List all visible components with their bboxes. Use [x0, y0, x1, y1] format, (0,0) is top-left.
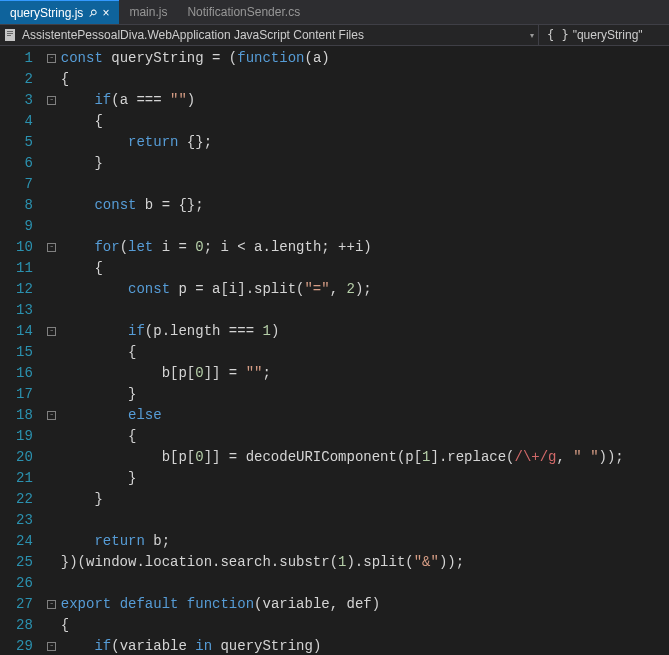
line-number: 3 — [16, 90, 33, 111]
braces-icon: { } — [547, 28, 569, 42]
svg-rect-2 — [7, 33, 13, 34]
fold-toggle-icon[interactable]: - — [47, 411, 56, 420]
fold-toggle-icon[interactable]: - — [47, 327, 56, 336]
code-line[interactable]: const b = {}; — [61, 195, 669, 216]
code-line[interactable]: for(let i = 0; i < a.length; ++i) — [61, 237, 669, 258]
code-line[interactable] — [61, 300, 669, 321]
line-number: 15 — [16, 342, 33, 363]
tab-notificationsender[interactable]: NotificationSender.cs — [177, 0, 310, 24]
code-line[interactable]: b[p[0]] = ""; — [61, 363, 669, 384]
code-line[interactable]: })(window.location.search.substr(1).spli… — [61, 552, 669, 573]
line-number: 21 — [16, 468, 33, 489]
pin-icon[interactable]: ⚲ — [87, 6, 100, 19]
line-number: 22 — [16, 489, 33, 510]
code-line[interactable] — [61, 510, 669, 531]
tab-querystring[interactable]: queryString.js ⚲ × — [0, 0, 119, 24]
code-line[interactable] — [61, 174, 669, 195]
line-number: 26 — [16, 573, 33, 594]
close-icon[interactable]: × — [102, 6, 109, 20]
line-number: 4 — [16, 111, 33, 132]
line-number: 5 — [16, 132, 33, 153]
code-line[interactable]: } — [61, 468, 669, 489]
tab-bar: queryString.js ⚲ × main.js NotificationS… — [0, 0, 669, 24]
line-number: 12 — [16, 279, 33, 300]
chevron-down-icon: ▾ — [530, 31, 534, 40]
project-dropdown[interactable]: AssistentePessoalDiva.WebApplication Jav… — [0, 25, 539, 45]
line-number: 16 — [16, 363, 33, 384]
code-line[interactable]: if(a === "") — [61, 90, 669, 111]
tab-label: main.js — [129, 5, 167, 19]
line-number: 24 — [16, 531, 33, 552]
line-number: 9 — [16, 216, 33, 237]
tab-main[interactable]: main.js — [119, 0, 177, 24]
svg-rect-3 — [7, 35, 11, 36]
code-line[interactable]: { — [61, 69, 669, 90]
code-line[interactable]: { — [61, 111, 669, 132]
code-line[interactable]: } — [61, 153, 669, 174]
line-number: 27 — [16, 594, 33, 615]
line-number: 13 — [16, 300, 33, 321]
code-line[interactable]: return {}; — [61, 132, 669, 153]
line-number: 20 — [16, 447, 33, 468]
script-file-icon — [4, 28, 18, 42]
line-number: 8 — [16, 195, 33, 216]
line-number: 7 — [16, 174, 33, 195]
code-line[interactable]: else — [61, 405, 669, 426]
tab-label: queryString.js — [10, 6, 83, 20]
code-line[interactable]: b[p[0]] = decodeURIComponent(p[1].replac… — [61, 447, 669, 468]
line-number: 1 — [16, 48, 33, 69]
member-name: "queryString" — [573, 28, 643, 42]
code-line[interactable]: if(p.length === 1) — [61, 321, 669, 342]
line-number: 25 — [16, 552, 33, 573]
code-line[interactable] — [61, 573, 669, 594]
code-line[interactable]: { — [61, 342, 669, 363]
code-line[interactable]: { — [61, 258, 669, 279]
tab-label: NotificationSender.cs — [187, 5, 300, 19]
code-line[interactable]: { — [61, 615, 669, 636]
member-dropdown[interactable]: { } "queryString" — [539, 25, 669, 45]
code-line[interactable]: { — [61, 426, 669, 447]
line-number: 17 — [16, 384, 33, 405]
line-number-gutter: 1234567891011121314151617181920212223242… — [0, 46, 45, 655]
fold-column: ------- — [45, 46, 59, 655]
line-number: 29 — [16, 636, 33, 655]
code-area[interactable]: const queryString = (function(a){ if(a =… — [59, 46, 669, 655]
line-number: 28 — [16, 615, 33, 636]
code-line[interactable]: if(variable in queryString) — [61, 636, 669, 655]
code-line[interactable]: } — [61, 489, 669, 510]
code-line[interactable]: const queryString = (function(a) — [61, 48, 669, 69]
fold-toggle-icon[interactable]: - — [47, 243, 56, 252]
code-line[interactable]: return b; — [61, 531, 669, 552]
line-number: 11 — [16, 258, 33, 279]
line-number: 10 — [16, 237, 33, 258]
line-number: 6 — [16, 153, 33, 174]
project-name: AssistentePessoalDiva.WebApplication Jav… — [22, 28, 364, 42]
line-number: 18 — [16, 405, 33, 426]
line-number: 14 — [16, 321, 33, 342]
code-line[interactable]: } — [61, 384, 669, 405]
code-line[interactable]: const p = a[i].split("=", 2); — [61, 279, 669, 300]
code-editor[interactable]: 1234567891011121314151617181920212223242… — [0, 46, 669, 655]
line-number: 19 — [16, 426, 33, 447]
code-line[interactable] — [61, 216, 669, 237]
svg-rect-1 — [7, 31, 13, 32]
fold-toggle-icon[interactable]: - — [47, 96, 56, 105]
fold-toggle-icon[interactable]: - — [47, 600, 56, 609]
fold-toggle-icon[interactable]: - — [47, 642, 56, 651]
line-number: 2 — [16, 69, 33, 90]
code-line[interactable]: export default function(variable, def) — [61, 594, 669, 615]
navigation-bar: AssistentePessoalDiva.WebApplication Jav… — [0, 24, 669, 46]
fold-toggle-icon[interactable]: - — [47, 54, 56, 63]
line-number: 23 — [16, 510, 33, 531]
